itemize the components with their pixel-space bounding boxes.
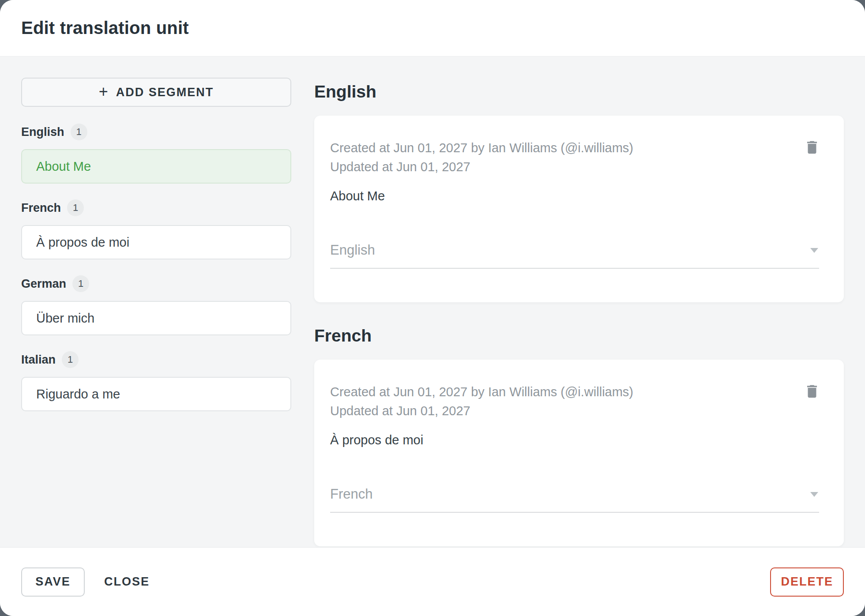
delete-button[interactable]: DELETE (770, 567, 844, 597)
language-label: English (21, 125, 64, 139)
language-group-header: Italian 1 (21, 351, 291, 368)
segment-count-badge: 1 (67, 199, 84, 216)
language-group-english: English 1 About Me (21, 124, 291, 184)
segment-item-italian[interactable]: Riguardo a me (21, 377, 291, 411)
save-button[interactable]: SAVE (21, 567, 85, 597)
language-group-header: German 1 (21, 275, 291, 292)
dialog-header: Edit translation unit (0, 0, 865, 56)
segment-count-badge: 1 (62, 351, 79, 368)
segment-details: English Created at Jun 01, 2027 by Ian W… (314, 78, 844, 547)
close-button[interactable]: CLOSE (100, 567, 154, 597)
delete-segment-button[interactable] (802, 138, 822, 157)
language-group-italian: Italian 1 Riguardo a me (21, 351, 291, 411)
language-select-value: English (330, 242, 375, 258)
language-label: Italian (21, 353, 56, 367)
segment-sidebar: + ADD SEGMENT English 1 About Me French … (21, 78, 291, 547)
segment-count-badge: 1 (72, 275, 89, 292)
segment-text-field[interactable]: À propos de moi (330, 433, 819, 447)
language-select[interactable]: French (330, 486, 819, 513)
language-group-french: French 1 À propos de moi (21, 199, 291, 259)
segment-item-german[interactable]: Über mich (21, 301, 291, 335)
language-label: French (21, 201, 61, 215)
trash-icon (804, 383, 820, 400)
language-group-header: English 1 (21, 124, 291, 140)
segment-card-french: Created at Jun 01, 2027 by Ian Williams … (314, 360, 844, 546)
language-select[interactable]: English (330, 242, 819, 269)
created-at-text: Created at Jun 01, 2027 by Ian Williams … (330, 139, 819, 158)
segment-item-french[interactable]: À propos de moi (21, 225, 291, 259)
segment-item-english[interactable]: About Me (21, 149, 291, 184)
updated-at-text: Updated at Jun 01, 2027 (330, 402, 819, 421)
dialog-footer: SAVE CLOSE DELETE (0, 547, 865, 616)
language-select-value: French (330, 486, 372, 502)
language-label: German (21, 277, 66, 291)
section-heading-english: English (314, 82, 844, 101)
updated-at-text: Updated at Jun 01, 2027 (330, 158, 819, 177)
delete-segment-button[interactable] (802, 382, 822, 401)
segment-card-english: Created at Jun 01, 2027 by Ian Williams … (314, 116, 844, 302)
add-segment-label: ADD SEGMENT (116, 86, 214, 99)
created-at-text: Created at Jun 01, 2027 by Ian Williams … (330, 383, 819, 402)
language-group-german: German 1 Über mich (21, 275, 291, 335)
dropdown-arrow-icon (810, 248, 818, 253)
edit-translation-unit-dialog: Edit translation unit + ADD SEGMENT Engl… (0, 0, 865, 616)
plus-icon: + (99, 84, 108, 100)
segment-count-badge: 1 (71, 124, 87, 140)
section-heading-french: French (314, 326, 844, 346)
add-segment-button[interactable]: + ADD SEGMENT (21, 78, 291, 107)
dialog-title: Edit translation unit (21, 18, 189, 38)
language-group-header: French 1 (21, 199, 291, 216)
segment-text-field[interactable]: About Me (330, 189, 819, 203)
trash-icon (804, 139, 820, 156)
dialog-body: + ADD SEGMENT English 1 About Me French … (0, 56, 865, 547)
dropdown-arrow-icon (810, 492, 818, 497)
